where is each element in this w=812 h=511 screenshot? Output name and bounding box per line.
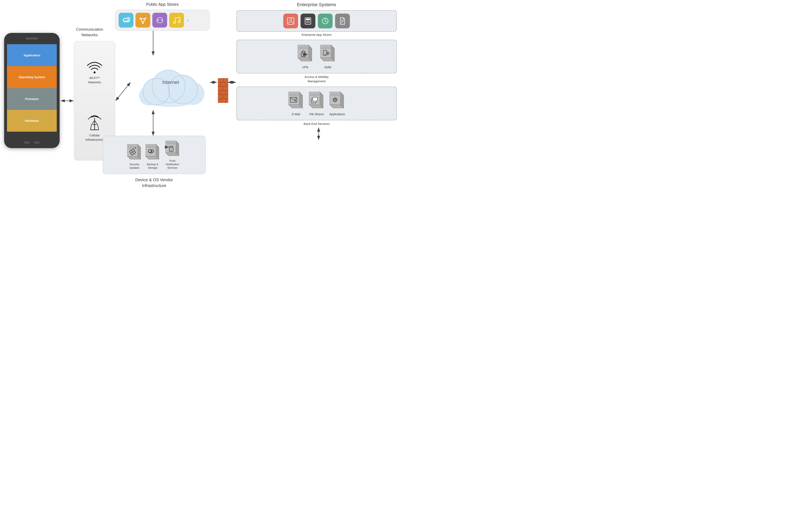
fileshares-label: File Shares	[309, 112, 324, 116]
backup-storage-label: Backup &Storage	[147, 163, 158, 170]
ent-icon-crm	[283, 14, 298, 28]
diagram: Application Operating System Firmware Ha…	[0, 0, 406, 255]
email-server-item: E-Mail	[288, 91, 304, 116]
emm-server-icon	[320, 44, 336, 63]
svg-point-113	[327, 53, 328, 54]
layer-hardware: Hardware	[7, 110, 57, 132]
firewall	[218, 78, 228, 103]
svg-point-88	[306, 22, 307, 23]
firewall-icon	[218, 78, 228, 103]
server-backup-storage: Backup &Storage	[145, 143, 161, 170]
svg-point-111	[325, 54, 325, 55]
svg-line-3	[116, 82, 130, 101]
applications-server-item: Applications	[329, 91, 345, 116]
email-label: E-Mail	[292, 112, 300, 116]
svg-line-14	[94, 120, 98, 125]
cellular-label: CellularInfrastructure	[86, 133, 104, 142]
svg-point-10	[93, 71, 95, 74]
vpn-server-item: VPN	[297, 44, 314, 69]
server-security-updates: + SecurityUpdates	[127, 143, 142, 170]
phone-btn-left	[24, 141, 30, 143]
email-server-icon	[288, 91, 304, 110]
phone-buttons	[24, 141, 40, 143]
wifi-section: Wi-Fi™Networks	[86, 60, 103, 84]
internet-label: Internet	[162, 79, 179, 85]
svg-point-82	[290, 19, 292, 21]
server-backup-icon	[145, 143, 161, 161]
svg-point-27	[161, 19, 162, 20]
svg-rect-133	[313, 97, 317, 101]
enterprise-section: Enterprise Systems Enterprise App Stores	[236, 2, 397, 126]
svg-line-16	[90, 125, 91, 130]
server-security-icon: +	[127, 143, 142, 161]
svg-line-17	[98, 125, 99, 130]
comm-networks-title-label: CommunicationNetworks	[76, 27, 103, 38]
emm-label: EMM	[325, 65, 331, 69]
svg-point-65	[171, 150, 172, 151]
svg-point-21	[142, 22, 144, 24]
ent-app-store-bottom-label: Enterprise App Stores	[236, 33, 397, 36]
svg-point-140	[335, 99, 336, 100]
ent-icon-document	[335, 14, 350, 28]
vpn-server-icon	[297, 44, 314, 63]
enterprise-title: Enterprise Systems	[236, 2, 397, 7]
svg-line-93	[325, 21, 327, 22]
fileshares-server-icon	[308, 91, 325, 110]
phone-btn-right	[34, 141, 40, 143]
app-icon-paperclip	[119, 13, 134, 28]
layer-application: Application	[7, 44, 57, 66]
phone-speaker	[26, 37, 38, 39]
device-os-section: + SecurityUpdates Backup	[103, 136, 206, 188]
svg-text:+: +	[135, 146, 136, 150]
access-mobility-box: VPN	[236, 40, 397, 74]
svg-point-28	[162, 20, 163, 21]
fileshares-server-item: File Shares	[308, 91, 325, 116]
server-push-notification: Push NotificationServices	[163, 140, 182, 170]
svg-point-89	[308, 22, 308, 23]
applications-label: Applications	[329, 112, 345, 116]
svg-point-35	[182, 82, 205, 105]
svg-point-90	[309, 22, 310, 23]
device-os-box: + SecurityUpdates Backup	[103, 136, 206, 174]
device-os-title: Device & OS VendorInfrastructure	[103, 177, 206, 188]
svg-point-86	[308, 21, 308, 22]
server-push-icon	[165, 140, 180, 158]
phone: Application Operating System Firmware Ha…	[4, 33, 60, 148]
access-mobility-label: Access & MobilityManagement	[236, 75, 397, 83]
ent-icon-clock	[318, 14, 332, 28]
public-app-stores-title: Public App Stores	[115, 2, 210, 7]
cellular-icon	[86, 113, 103, 132]
phone-screen: Application Operating System Firmware Ha…	[7, 44, 57, 132]
vpn-label: VPN	[302, 65, 308, 69]
public-app-stores-section: Public App Stores ›	[115, 2, 210, 31]
svg-point-85	[306, 21, 307, 22]
backend-label: Back-End Services	[236, 122, 397, 126]
ent-icon-calculator	[300, 14, 315, 28]
applications-server-icon	[329, 91, 345, 110]
app-icon-game	[152, 13, 167, 28]
app-store-icons-container: ›	[115, 10, 210, 31]
backend-box: E-Mail File Shares	[236, 87, 397, 120]
emm-server-item: EMM	[320, 44, 336, 69]
svg-rect-84	[306, 19, 310, 20]
internet-cloud: Internet	[132, 56, 210, 109]
security-updates-label: SecurityUpdates	[129, 163, 139, 170]
ent-app-store-box	[236, 10, 397, 32]
wifi-icon	[86, 60, 103, 75]
app-icon-music	[169, 13, 184, 28]
layer-firmware: Firmware	[7, 88, 57, 110]
app-icons-more: ›	[186, 13, 190, 28]
cellular-section: CellularInfrastructure	[86, 113, 104, 142]
svg-point-87	[309, 21, 310, 22]
svg-point-19	[140, 18, 141, 19]
push-notification-label: Push NotificationServices	[163, 159, 182, 170]
app-icon-social	[136, 13, 150, 28]
layer-os: Operating System	[7, 66, 57, 88]
svg-point-103	[303, 54, 304, 55]
svg-line-13	[91, 120, 94, 125]
svg-point-20	[145, 18, 146, 19]
wifi-label: Wi-Fi™Networks	[88, 76, 101, 84]
